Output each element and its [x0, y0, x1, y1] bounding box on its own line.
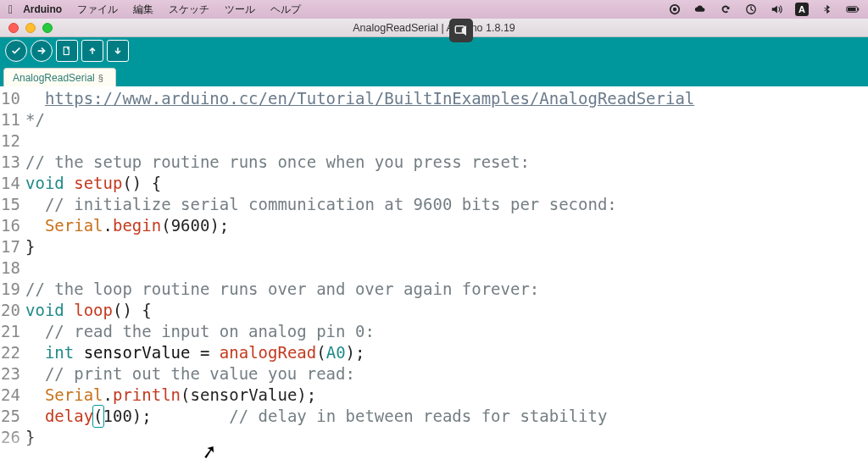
line-number: 16 — [0, 215, 24, 236]
line-number: 15 — [0, 194, 24, 215]
menubar-right: A — [668, 0, 860, 19]
code-line[interactable]: } — [25, 427, 694, 448]
menu-file[interactable]: ファイル — [77, 3, 118, 17]
line-number: 26 — [0, 427, 24, 448]
code-line[interactable]: int sensorValue = analogRead(A0); — [25, 342, 694, 363]
svg-rect-7 — [64, 47, 69, 55]
upload-button[interactable] — [31, 40, 53, 62]
code-line[interactable]: void setup() { — [25, 173, 694, 194]
a-icon[interactable]: A — [795, 3, 809, 16]
svg-rect-5 — [858, 8, 859, 10]
line-number: 13 — [0, 152, 24, 173]
line-gutter: 1011121314151617181920212223242526 — [0, 86, 24, 465]
save-button[interactable] — [107, 40, 129, 62]
code-line[interactable]: // initialize serial communication at 96… — [25, 194, 694, 215]
record-icon[interactable] — [668, 3, 682, 16]
window-titlebar: AnalogReadSerial | Arduino 1.8.19 — [0, 19, 868, 37]
code-line[interactable]: delay(100); // delay in between reads fo… — [25, 406, 694, 427]
screen-mirror-icon[interactable] — [449, 19, 473, 42]
bluetooth-icon[interactable] — [821, 3, 834, 16]
apple-logo-icon:  — [8, 3, 13, 15]
volume-icon[interactable] — [770, 3, 783, 16]
menu-tools[interactable]: ツール — [225, 3, 255, 17]
arduino-toolbar — [0, 37, 868, 64]
line-number: 24 — [0, 385, 24, 406]
code-line[interactable]: // the setup routine runs once when you … — [25, 152, 694, 173]
zoom-button[interactable] — [42, 23, 53, 33]
line-number: 22 — [0, 342, 24, 363]
traffic-lights — [8, 23, 53, 33]
line-number: 21 — [0, 321, 24, 342]
verify-button[interactable] — [5, 40, 27, 62]
menu-edit[interactable]: 編集 — [133, 3, 153, 17]
menu-help[interactable]: ヘルプ — [270, 3, 301, 17]
menu-sketch[interactable]: スケッチ — [169, 3, 209, 17]
code-line[interactable]: // read the input on analog pin 0: — [25, 321, 694, 342]
line-number: 18 — [0, 257, 24, 279]
line-number: 10 — [0, 88, 24, 109]
menu-app[interactable]: Arduino — [23, 3, 62, 15]
sync-icon[interactable] — [744, 3, 758, 16]
code-line[interactable]: // the loop routine runs over and over a… — [25, 279, 694, 300]
line-number: 17 — [0, 236, 24, 257]
code-line[interactable] — [25, 257, 694, 279]
line-number: 25 — [0, 406, 24, 427]
svg-rect-4 — [848, 8, 856, 11]
code-content[interactable]: https://www.arduino.cc/en/Tutorial/Built… — [24, 86, 694, 465]
close-button[interactable] — [8, 23, 19, 33]
open-button[interactable] — [81, 40, 103, 62]
line-number: 14 — [0, 173, 24, 194]
tab-label: AnalogReadSerial — [13, 72, 95, 84]
line-number: 11 — [0, 109, 24, 130]
tab-sketch[interactable]: AnalogReadSerial § — [3, 68, 116, 86]
code-line[interactable]: // print out the value you read: — [25, 363, 694, 385]
code-line[interactable]: Serial.println(sensorValue); — [25, 385, 694, 406]
code-line[interactable]: */ — [25, 109, 694, 130]
svg-point-1 — [673, 8, 676, 11]
code-line[interactable]: } — [25, 236, 694, 257]
tab-strip: AnalogReadSerial § — [0, 64, 868, 86]
tab-suffix: § — [98, 73, 103, 83]
loop-icon[interactable] — [719, 3, 732, 16]
code-line[interactable]: void loop() { — [25, 300, 694, 321]
new-button[interactable] — [56, 40, 78, 62]
battery-icon[interactable] — [846, 3, 860, 16]
line-number: 19 — [0, 279, 24, 300]
mac-menubar:  Arduino ファイル 編集 スケッチ ツール ヘルプ A — [0, 0, 868, 19]
line-number: 12 — [0, 130, 24, 152]
window-title: AnalogReadSerial | Arduino 1.8.19 — [353, 22, 515, 34]
line-number: 20 — [0, 300, 24, 321]
code-editor[interactable]: 1011121314151617181920212223242526 https… — [0, 86, 868, 465]
code-line[interactable]: Serial.begin(9600); — [25, 215, 694, 236]
code-line[interactable]: https://www.arduino.cc/en/Tutorial/Built… — [25, 88, 694, 109]
cloud-icon[interactable] — [693, 3, 707, 16]
minimize-button[interactable] — [25, 23, 36, 33]
line-number: 23 — [0, 363, 24, 385]
code-line[interactable] — [25, 130, 694, 152]
